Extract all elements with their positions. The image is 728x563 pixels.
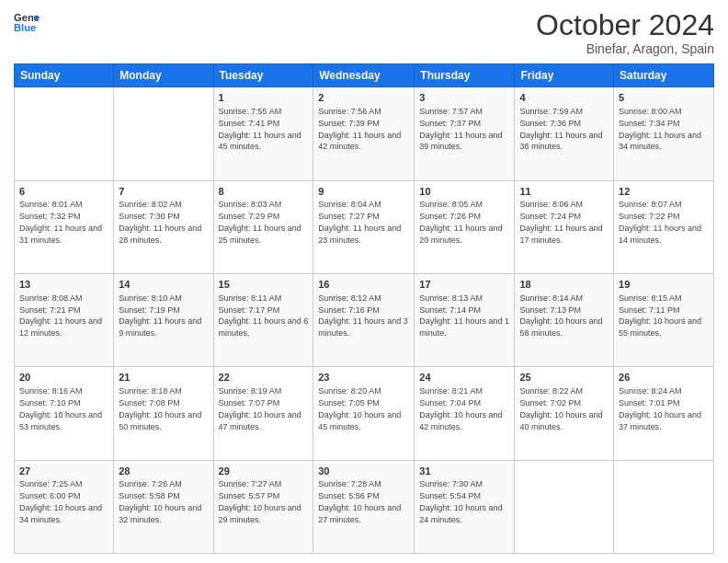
main-title: October 2024 [536,9,714,41]
week-row-4: 20 Sunrise: 8:16 AMSunset: 7:10 PMDaylig… [15,367,714,460]
cell-info: Sunrise: 7:28 AMSunset: 5:56 PMDaylight:… [318,479,401,523]
day-number: 27 [19,465,108,478]
table-row: 4 Sunrise: 7:59 AMSunset: 7:36 PMDayligh… [515,87,614,180]
col-monday: Monday [114,64,213,87]
table-row: 14 Sunrise: 8:10 AMSunset: 7:19 PMDaylig… [114,273,213,366]
day-number: 21 [119,371,208,385]
cell-info: Sunrise: 8:15 AMSunset: 7:11 PMDaylight:… [619,293,701,338]
title-block: October 2024 Binefar, Aragon, Spain [536,9,714,56]
cell-info: Sunrise: 8:22 AMSunset: 7:02 PMDaylight:… [519,386,602,431]
svg-text:Blue: Blue [14,22,36,33]
cell-info: Sunrise: 8:00 AMSunset: 7:34 PMDaylight:… [619,107,701,151]
col-tuesday: Tuesday [213,64,313,87]
cell-info: Sunrise: 8:10 AMSunset: 7:19 PMDaylight:… [119,293,201,338]
table-row: 20 Sunrise: 8:16 AMSunset: 7:10 PMDaylig… [15,367,114,460]
table-row: 1 Sunrise: 7:55 AMSunset: 7:41 PMDayligh… [213,87,313,180]
table-row [15,87,114,180]
cell-info: Sunrise: 8:11 AMSunset: 7:17 PMDaylight:… [219,293,309,338]
col-sunday: Sunday [15,64,114,87]
table-row: 16 Sunrise: 8:12 AMSunset: 7:16 PMDaylig… [313,273,415,366]
day-number: 15 [219,278,309,292]
day-number: 31 [419,465,509,478]
table-row: 19 Sunrise: 8:15 AMSunset: 7:11 PMDaylig… [614,273,714,366]
day-number: 3 [419,91,509,105]
table-row: 30 Sunrise: 7:28 AMSunset: 5:56 PMDaylig… [313,460,415,553]
day-number: 5 [619,91,709,105]
cell-info: Sunrise: 8:21 AMSunset: 7:04 PMDaylight:… [419,386,502,431]
table-row: 24 Sunrise: 8:21 AMSunset: 7:04 PMDaylig… [415,367,515,460]
week-row-3: 13 Sunrise: 8:08 AMSunset: 7:21 PMDaylig… [15,273,714,366]
table-row: 13 Sunrise: 8:08 AMSunset: 7:21 PMDaylig… [15,273,114,366]
table-row: 10 Sunrise: 8:05 AMSunset: 7:26 PMDaylig… [415,180,515,273]
day-number: 20 [19,371,108,385]
week-row-1: 1 Sunrise: 7:55 AMSunset: 7:41 PMDayligh… [15,87,714,180]
day-number: 1 [219,91,309,105]
cell-info: Sunrise: 8:06 AMSunset: 7:24 PMDaylight:… [519,200,602,244]
day-number: 18 [519,278,609,292]
table-row [515,460,614,553]
cell-info: Sunrise: 7:57 AMSunset: 7:37 PMDaylight:… [419,107,502,151]
cell-info: Sunrise: 7:30 AMSunset: 5:54 PMDaylight:… [419,479,502,523]
cell-info: Sunrise: 7:59 AMSunset: 7:36 PMDaylight:… [519,107,602,151]
table-row: 17 Sunrise: 8:13 AMSunset: 7:14 PMDaylig… [415,273,515,366]
table-row: 7 Sunrise: 8:02 AMSunset: 7:30 PMDayligh… [114,180,213,273]
day-number: 2 [318,91,409,105]
table-row: 11 Sunrise: 8:06 AMSunset: 7:24 PMDaylig… [515,180,614,273]
week-row-5: 27 Sunrise: 7:25 AMSunset: 6:00 PMDaylig… [15,460,714,553]
day-number: 4 [519,91,609,105]
cell-info: Sunrise: 7:26 AMSunset: 5:58 PMDaylight:… [119,479,201,523]
cell-info: Sunrise: 7:55 AMSunset: 7:41 PMDaylight:… [219,107,301,151]
day-number: 25 [519,371,609,385]
day-number: 24 [419,371,509,385]
cell-info: Sunrise: 8:18 AMSunset: 7:08 PMDaylight:… [119,386,201,431]
day-number: 26 [619,371,709,385]
day-number: 6 [19,185,108,199]
table-row [114,87,213,180]
page: General Blue October 2024 Binefar, Arago… [0,0,728,563]
table-row [614,460,714,553]
table-row: 23 Sunrise: 8:20 AMSunset: 7:05 PMDaylig… [313,367,415,460]
day-number: 29 [219,465,309,478]
cell-info: Sunrise: 8:04 AMSunset: 7:27 PMDaylight:… [318,200,401,244]
cell-info: Sunrise: 8:01 AMSunset: 7:32 PMDaylight:… [19,200,102,244]
table-row: 12 Sunrise: 8:07 AMSunset: 7:22 PMDaylig… [614,180,714,273]
table-row: 3 Sunrise: 7:57 AMSunset: 7:37 PMDayligh… [415,87,515,180]
day-number: 13 [19,278,108,292]
table-row: 22 Sunrise: 8:19 AMSunset: 7:07 PMDaylig… [213,367,313,460]
cell-info: Sunrise: 8:03 AMSunset: 7:29 PMDaylight:… [219,200,301,244]
cell-info: Sunrise: 8:12 AMSunset: 7:16 PMDaylight:… [318,293,408,338]
cell-info: Sunrise: 7:56 AMSunset: 7:39 PMDaylight:… [318,107,401,151]
table-row: 8 Sunrise: 8:03 AMSunset: 7:29 PMDayligh… [213,180,313,273]
cell-info: Sunrise: 8:13 AMSunset: 7:14 PMDaylight:… [419,293,509,338]
cell-info: Sunrise: 8:07 AMSunset: 7:22 PMDaylight:… [619,200,701,244]
day-number: 11 [519,185,609,199]
cell-info: Sunrise: 7:25 AMSunset: 6:00 PMDaylight:… [19,479,102,523]
table-row: 27 Sunrise: 7:25 AMSunset: 6:00 PMDaylig… [15,460,114,553]
day-number: 12 [619,185,709,199]
calendar-header-row: Sunday Monday Tuesday Wednesday Thursday… [15,64,714,87]
cell-info: Sunrise: 8:20 AMSunset: 7:05 PMDaylight:… [318,386,401,431]
table-row: 9 Sunrise: 8:04 AMSunset: 7:27 PMDayligh… [313,180,415,273]
logo-icon: General Blue [14,9,40,35]
cell-info: Sunrise: 8:19 AMSunset: 7:07 PMDaylight:… [219,386,301,431]
day-number: 10 [419,185,509,199]
table-row: 6 Sunrise: 8:01 AMSunset: 7:32 PMDayligh… [15,180,114,273]
table-row: 29 Sunrise: 7:27 AMSunset: 5:57 PMDaylig… [213,460,313,553]
table-row: 28 Sunrise: 7:26 AMSunset: 5:58 PMDaylig… [114,460,213,553]
calendar-table: Sunday Monday Tuesday Wednesday Thursday… [14,63,714,554]
day-number: 8 [219,185,309,199]
table-row: 15 Sunrise: 8:11 AMSunset: 7:17 PMDaylig… [213,273,313,366]
table-row: 26 Sunrise: 8:24 AMSunset: 7:01 PMDaylig… [614,367,714,460]
col-thursday: Thursday [415,64,515,87]
day-number: 22 [219,371,309,385]
table-row: 31 Sunrise: 7:30 AMSunset: 5:54 PMDaylig… [415,460,515,553]
cell-info: Sunrise: 8:02 AMSunset: 7:30 PMDaylight:… [119,200,201,244]
day-number: 16 [318,278,409,292]
col-wednesday: Wednesday [313,64,415,87]
subtitle: Binefar, Aragon, Spain [536,41,714,56]
cell-info: Sunrise: 8:05 AMSunset: 7:26 PMDaylight:… [419,200,502,244]
day-number: 23 [318,371,409,385]
cell-info: Sunrise: 7:27 AMSunset: 5:57 PMDaylight:… [219,479,301,523]
day-number: 19 [619,278,709,292]
cell-info: Sunrise: 8:14 AMSunset: 7:13 PMDaylight:… [519,293,602,338]
